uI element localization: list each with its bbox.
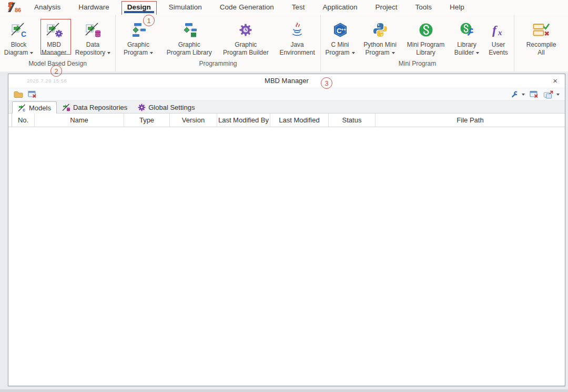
dropdown-caret-icon bbox=[522, 94, 525, 96]
block-diagram-button[interactable]: C Block Diagram bbox=[1, 20, 37, 57]
group-label-programming: Programming bbox=[116, 60, 320, 67]
button-label: Graphic bbox=[235, 41, 257, 49]
close-model-button[interactable] bbox=[28, 90, 37, 98]
button-label: Block bbox=[11, 41, 26, 49]
python-mini-program-icon bbox=[372, 21, 388, 39]
svg-text:C: C bbox=[21, 30, 26, 38]
models-tab-icon: c bbox=[18, 104, 26, 112]
svg-text:f: f bbox=[492, 23, 498, 37]
tab-global-settings[interactable]: Global Settings bbox=[133, 101, 200, 113]
menu-code-generation[interactable]: Code Generation bbox=[211, 0, 283, 15]
button-label: Python Mini bbox=[363, 41, 397, 49]
menu-design-label: Design bbox=[127, 3, 151, 11]
close-window-icon bbox=[28, 90, 37, 98]
graphic-program-builder-button[interactable]: Graphic Program Builder bbox=[218, 20, 275, 57]
column-header-version[interactable]: Version bbox=[170, 114, 217, 127]
button-label: Program bbox=[365, 49, 394, 57]
button-label: Java bbox=[290, 41, 303, 49]
export-window-button[interactable] bbox=[543, 90, 560, 99]
ribbon-group-recompile: Recompile All bbox=[514, 15, 568, 71]
button-label: Diagram bbox=[4, 49, 33, 57]
export-window-icon bbox=[543, 90, 553, 99]
open-folder-button[interactable] bbox=[14, 90, 23, 98]
mbd-manager-icon bbox=[46, 21, 63, 39]
column-header-name[interactable]: Name bbox=[35, 114, 124, 127]
ribbon-group-programming: Graphic Program Graphic Program Library bbox=[116, 15, 321, 71]
menu-test[interactable]: Test bbox=[283, 0, 314, 15]
button-label: Recompile bbox=[526, 41, 556, 49]
settings-wrench-button[interactable] bbox=[510, 90, 525, 99]
column-header-last-modified-by[interactable]: Last Modified By bbox=[217, 114, 270, 127]
data-repository-button[interactable]: Data Repository bbox=[71, 20, 115, 57]
recompile-all-button[interactable]: Recompile All bbox=[516, 20, 566, 57]
column-header-type[interactable]: Type bbox=[124, 114, 170, 127]
close-window-button[interactable]: × bbox=[553, 76, 557, 86]
tab-data-repositories[interactable]: Data Repositories bbox=[57, 101, 133, 113]
open-folder-icon bbox=[14, 90, 23, 98]
gear-icon bbox=[138, 104, 146, 111]
python-mini-program-button[interactable]: Python Mini Program bbox=[359, 20, 401, 57]
menu-simulation[interactable]: Simulation bbox=[160, 0, 211, 15]
close-all-button[interactable] bbox=[530, 90, 539, 98]
menu-analysis[interactable]: Analysis bbox=[25, 0, 69, 15]
menu-project[interactable]: Project bbox=[367, 0, 407, 15]
window-title: MBD Manager bbox=[8, 74, 565, 88]
svg-text:++: ++ bbox=[341, 27, 346, 32]
dropdown-caret-icon bbox=[150, 52, 153, 54]
java-environment-button[interactable]: Java Environment bbox=[274, 20, 320, 57]
menu-bar: 86 Analysis Hardware Design Simulation C… bbox=[0, 0, 568, 15]
button-label: Events bbox=[489, 49, 508, 57]
menu-help[interactable]: Help bbox=[441, 0, 473, 15]
mini-program-library-button[interactable]: Mini Program Library bbox=[401, 20, 451, 57]
graphic-program-button[interactable]: Graphic Program bbox=[116, 20, 161, 57]
ribbon-group-model-based-design: C Block Diagram MB bbox=[0, 15, 116, 71]
mbd-manager-window: 2025.7.29 15:56 MBD Manager × bbox=[8, 74, 565, 386]
table-body-empty[interactable] bbox=[8, 127, 565, 386]
column-header-last-modified[interactable]: Last Modified bbox=[270, 114, 329, 127]
graphic-program-library-button[interactable]: Graphic Program Library bbox=[161, 20, 218, 57]
dropdown-caret-icon bbox=[107, 52, 110, 54]
ribbon-group-mini-program: C ++ C Mini Program Python Mini Program bbox=[321, 15, 514, 71]
graphic-program-icon bbox=[130, 21, 147, 39]
menu-application[interactable]: Application bbox=[313, 0, 366, 15]
button-label: Graphic bbox=[178, 41, 200, 49]
button-label: Program bbox=[325, 49, 354, 57]
button-label: Program Library bbox=[167, 49, 212, 57]
button-label: Data bbox=[86, 41, 99, 49]
table-header-spacer bbox=[8, 114, 12, 127]
column-header-file-path[interactable]: File Path bbox=[376, 114, 565, 127]
button-label: All bbox=[537, 49, 544, 57]
menu-hardware[interactable]: Hardware bbox=[69, 0, 118, 15]
ribbon: C Block Diagram MB bbox=[0, 15, 568, 72]
column-header-no[interactable]: No. bbox=[12, 114, 35, 127]
close-window-icon bbox=[530, 90, 539, 98]
block-diagram-icon: C bbox=[11, 21, 27, 39]
tab-models[interactable]: c Models bbox=[12, 101, 57, 114]
group-label-model-based-design: Model Based Design bbox=[0, 60, 115, 67]
button-label: Manager bbox=[42, 49, 66, 57]
button-label: Graphic bbox=[127, 41, 149, 49]
table-header: No. Name Type Version Last Modified By L… bbox=[8, 114, 565, 127]
user-events-fx-icon: f x bbox=[491, 21, 506, 39]
svg-text:86: 86 bbox=[15, 7, 21, 13]
button-label: Program Builder bbox=[223, 49, 269, 57]
design-active-underline bbox=[124, 11, 154, 13]
panel-tabs: c Models Data Repositories bbox=[8, 101, 565, 114]
svg-text:x: x bbox=[498, 28, 502, 37]
app-logo-icon: 86 bbox=[4, 1, 25, 14]
library-builder-icon bbox=[459, 21, 475, 39]
library-builder-button[interactable]: Library Builder bbox=[451, 20, 483, 57]
button-label: User bbox=[492, 41, 505, 49]
c-mini-program-button[interactable]: C ++ C Mini Program bbox=[321, 20, 359, 57]
group-label-mini-program: Mini Program bbox=[321, 60, 514, 67]
menu-design[interactable]: Design bbox=[118, 0, 160, 15]
button-label: C Mini bbox=[331, 41, 349, 49]
user-events-button[interactable]: f x User Events bbox=[483, 20, 514, 57]
column-header-status[interactable]: Status bbox=[329, 114, 376, 127]
window-titlebar[interactable]: 2025.7.29 15:56 MBD Manager × bbox=[8, 74, 565, 88]
menu-tools[interactable]: Tools bbox=[407, 0, 441, 15]
recompile-all-icon bbox=[533, 21, 550, 39]
button-label: Library bbox=[457, 41, 476, 49]
mbd-manager-button[interactable]: MBD Manager bbox=[37, 20, 71, 57]
button-label: Environment bbox=[279, 49, 315, 57]
